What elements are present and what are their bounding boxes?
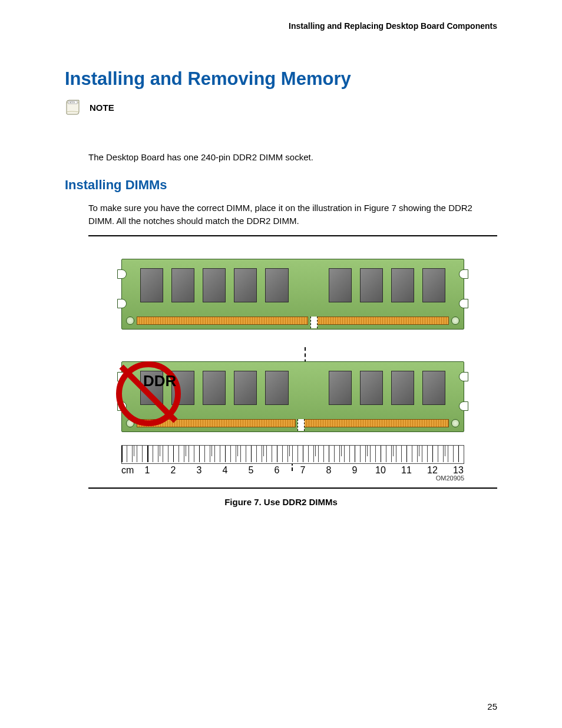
body-paragraph-2: To make sure you have the correct DIMM, … <box>88 202 497 228</box>
svg-text:NOTE: NOTE <box>70 101 75 104</box>
page-number: 25 <box>487 701 497 711</box>
prohibit-icon <box>116 361 181 426</box>
body-paragraph-1: The Desktop Board has one 240-pin DDR2 D… <box>88 151 497 164</box>
subsection-heading: Installing DIMMs <box>65 177 497 193</box>
section-heading: Installing and Removing Memory <box>65 68 497 90</box>
note-label: NOTE <box>90 103 114 113</box>
ddr-label: DDR <box>143 372 176 390</box>
page: Installing and Replacing Desktop Board C… <box>0 0 562 728</box>
ddr2-stick <box>121 259 464 328</box>
figure-caption: Figure 7. Use DDR2 DIMMs <box>65 497 497 507</box>
ruler: cm 1 2 3 4 5 6 7 8 9 10 11 12 13 OM20905 <box>121 445 464 480</box>
ruler-labels: cm 1 2 3 4 5 6 7 8 9 10 11 12 13 <box>121 465 464 478</box>
running-header: Installing and Replacing Desktop Board C… <box>65 21 497 31</box>
figure-frame: DDR2 DDR <box>88 235 497 489</box>
dimm-diagram: DDR2 DDR <box>110 259 475 485</box>
ruler-unit: cm <box>121 465 134 476</box>
note-icon: NOTE <box>65 99 82 116</box>
note-callout: NOTE NOTE <box>65 99 497 116</box>
image-id: OM20905 <box>436 475 464 482</box>
